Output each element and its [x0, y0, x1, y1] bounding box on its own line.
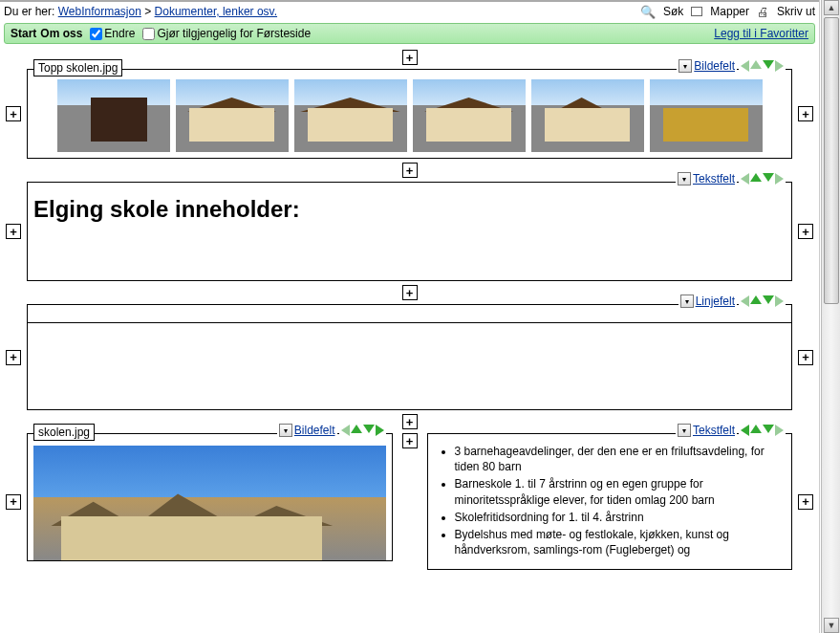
scrollbar-vertical[interactable]: ▲ ▼: [821, 0, 840, 633]
panel5-arrow-up[interactable]: [750, 425, 762, 433]
breadcrumb-link-webinfo[interactable]: WebInformasjon: [58, 5, 141, 18]
panel2-arrow-right[interactable]: [775, 173, 784, 185]
thumb-6: [650, 79, 763, 152]
heading-text[interactable]: Elging skole inneholder:: [28, 183, 791, 280]
panel3-type-dd[interactable]: ▾: [680, 295, 694, 308]
panel5-arrow-left[interactable]: [741, 425, 749, 436]
panel1-filename: Topp skolen.jpg: [33, 59, 122, 76]
action-bar: Start Om oss Endre Gjør tilgjengelig for…: [4, 23, 815, 44]
scroll-up-icon[interactable]: ▲: [824, 0, 839, 15]
panel1-arrow-down[interactable]: [763, 60, 774, 69]
panel4-type[interactable]: Bildefelt: [294, 424, 335, 437]
panel5-type-dd[interactable]: ▾: [678, 424, 691, 437]
panel-text-heading: ▾ Tekstfelt Elging skole inneholder:: [27, 182, 792, 281]
add-right-2[interactable]: +: [798, 224, 813, 239]
panel5-type[interactable]: Tekstfelt: [693, 424, 735, 437]
panel1-type-dd[interactable]: ▾: [678, 59, 692, 73]
panel4-arrow-left[interactable]: [341, 425, 350, 436]
panel3-type[interactable]: Linjefelt: [696, 295, 735, 308]
panel1-arrow-up[interactable]: [750, 60, 762, 69]
add-top[interactable]: +: [402, 50, 418, 65]
image-strip: [28, 70, 791, 158]
search-link[interactable]: Søk: [663, 5, 683, 18]
panel4-filename: skolen.jpg: [33, 424, 95, 441]
list-item: Bydelshus med møte- og festlokale, kjøkk…: [455, 527, 783, 557]
panel-line: ▾ Linjefelt: [27, 304, 792, 410]
panel4-arrow-down[interactable]: [363, 425, 375, 433]
tab-om-oss[interactable]: Om oss: [40, 27, 82, 40]
checkbox-forside-label: Gjør tilgjengelig for Førsteside: [157, 27, 311, 40]
add-left-2[interactable]: +: [6, 224, 21, 239]
checkbox-endre[interactable]: [90, 28, 102, 40]
panel-image-top: Topp skolen.jpg ▾ Bildefelt: [27, 69, 792, 159]
breadcrumb-sep: >: [144, 5, 151, 18]
search-icon[interactable]: 🔍: [640, 5, 656, 19]
add-between-45[interactable]: +: [402, 433, 418, 448]
panel4-arrow-right[interactable]: [376, 425, 384, 436]
panel3-arrow-right[interactable]: [775, 295, 784, 307]
panel1-type[interactable]: Bildefelt: [694, 59, 735, 73]
checkbox-forside[interactable]: [142, 28, 155, 40]
breadcrumb-prefix: Du er her:: [4, 5, 54, 18]
panel1-arrow-left[interactable]: [741, 60, 749, 72]
panel3-arrow-left[interactable]: [741, 295, 749, 307]
checkbox-forside-wrap[interactable]: Gjør tilgjengelig for Førsteside: [142, 27, 311, 40]
big-image: [33, 446, 386, 560]
panel-image-bottom: skolen.jpg ▾ Bildefelt: [27, 433, 393, 561]
panel2-type-dd[interactable]: ▾: [678, 172, 691, 186]
add-mid-3[interactable]: +: [402, 414, 418, 429]
panel4-type-dd[interactable]: ▾: [279, 424, 292, 437]
add-right-3[interactable]: +: [798, 350, 813, 365]
checkbox-endre-label: Endre: [104, 27, 135, 40]
panel5-arrow-down[interactable]: [763, 425, 774, 433]
panel2-arrow-up[interactable]: [750, 173, 762, 182]
favorites-link[interactable]: Legg til i Favoritter: [714, 27, 808, 40]
thumb-3: [294, 79, 407, 152]
list-item: Barneskole 1. til 7 årstrinn og en egen …: [455, 476, 783, 507]
add-right-1[interactable]: +: [798, 106, 813, 121]
add-mid-2[interactable]: +: [402, 285, 418, 300]
panel5-arrow-right[interactable]: [775, 425, 784, 436]
tab-start[interactable]: Start: [11, 27, 36, 40]
checkbox-endre-wrap[interactable]: Endre: [90, 27, 135, 40]
panel3-arrow-up[interactable]: [750, 295, 762, 304]
panel3-arrow-down[interactable]: [763, 295, 774, 304]
thumb-4: [413, 79, 526, 152]
folder-icon[interactable]: [691, 7, 702, 16]
panel2-arrow-down[interactable]: [763, 173, 774, 182]
breadcrumb-link-dokumenter[interactable]: Dokumenter, lenker osv.: [155, 5, 278, 18]
scrollbar-thumb[interactable]: [824, 17, 839, 304]
scroll-down-icon[interactable]: ▼: [824, 618, 839, 633]
panel4-arrow-up[interactable]: [351, 425, 362, 433]
add-left-4[interactable]: +: [6, 494, 21, 510]
panel2-type[interactable]: Tekstfelt: [693, 172, 735, 186]
panel2-arrow-left[interactable]: [741, 173, 749, 185]
print-icon[interactable]: 🖨: [757, 5, 769, 19]
print-link[interactable]: Skriv ut: [777, 5, 815, 18]
breadcrumb-bar: Du er her: WebInformasjon > Dokumenter, …: [0, 0, 819, 21]
thumb-1: [57, 79, 170, 152]
add-right-4[interactable]: +: [798, 494, 813, 510]
panel-text-bullets: ▾ Tekstfelt 3 barnehageavdelinger, der d…: [427, 433, 793, 570]
thumb-2: [176, 79, 289, 152]
list-item: Skolefritidsordning for 1. til 4. årstri…: [455, 510, 783, 525]
bullet-list[interactable]: 3 barnehageavdelinger, der den ene er en…: [428, 434, 792, 569]
add-left-3[interactable]: +: [6, 350, 21, 365]
mapper-link[interactable]: Mapper: [710, 5, 749, 18]
add-left-1[interactable]: +: [6, 106, 21, 121]
hline: [28, 322, 791, 323]
thumb-5: [531, 79, 644, 152]
panel1-arrow-right[interactable]: [775, 60, 784, 72]
add-mid-1[interactable]: +: [402, 163, 418, 178]
list-item: 3 barnehageavdelinger, der den ene er en…: [455, 444, 783, 474]
